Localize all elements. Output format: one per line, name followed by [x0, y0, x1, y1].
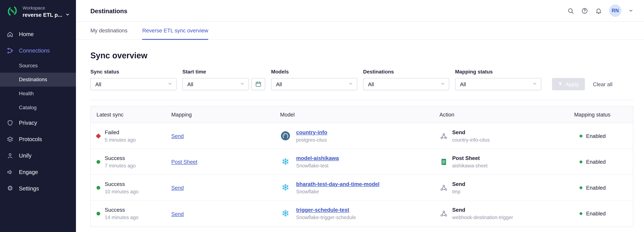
snowflake-icon: ❄	[280, 157, 291, 166]
action-cell: Sendwebhook-destination-trigger	[440, 207, 574, 221]
model-source: Snowflake	[296, 189, 380, 194]
sidebar-item-connections[interactable]: Connections	[0, 42, 76, 59]
content: Sync overview Sync statusAllStart timeAl…	[76, 40, 644, 232]
sidebar-subitem-catalog[interactable]: Catalog	[0, 101, 76, 115]
column-header-mapping-status: Mapping status	[574, 111, 633, 118]
sidebar-nav: HomeConnectionsSourcesDestinationsHealth…	[0, 26, 76, 197]
sidebar-item-home[interactable]: Home	[0, 26, 76, 42]
latest-sync-cell: Success7 minutes ago	[91, 155, 171, 169]
model-link[interactable]: bharath-test-day-and-time-model	[296, 181, 380, 187]
model-cell: ❄trigger-schedule-testSnowflake-trigger-…	[280, 207, 440, 221]
webhook-icon	[440, 132, 448, 140]
sheet-icon	[440, 158, 448, 166]
filter-bar: Sync statusAllStart timeAllModelsAllDest…	[90, 69, 633, 90]
sidebar-item-label: Protocols	[19, 136, 42, 142]
mapping-cell: Send	[171, 210, 280, 217]
calendar-button[interactable]	[252, 78, 266, 90]
help-icon[interactable]	[581, 7, 588, 14]
tab-reverse-etl-sync-overview[interactable]: Reverse ETL sync overview	[142, 22, 208, 39]
avatar[interactable]: RN	[609, 4, 621, 17]
filter-funnel-icon	[558, 82, 563, 87]
enabled-dot-icon	[580, 186, 582, 189]
mapping-status-cell: Enabled	[574, 185, 633, 191]
sync-status: Failed	[105, 129, 136, 135]
app: Workspace reverse ETL p... HomeConnectio…	[0, 0, 644, 232]
main-area: Destinations RN My destinationsReverse E…	[76, 0, 644, 232]
filter-sync-status: Sync statusAll	[90, 69, 176, 90]
sidebar-subitem-health[interactable]: Health	[0, 86, 76, 101]
apply-button-label: Apply	[566, 81, 579, 87]
snowflake-icon: ❄	[280, 183, 291, 192]
action-cell: Sendtmp	[440, 181, 574, 194]
filter-label: Start time	[182, 69, 266, 75]
postgres-icon	[280, 131, 291, 141]
apply-button[interactable]: Apply	[552, 78, 585, 90]
clear-all-label: Clear all	[593, 81, 612, 87]
sidebar-item-label: Privacy	[19, 120, 37, 126]
action-detail: country-info-citus	[452, 137, 490, 143]
action-cell: Post Sheetaishikawa-sheet	[440, 155, 574, 169]
sync-time: 14 minutes ago	[105, 215, 138, 221]
action-name: Send	[452, 207, 513, 213]
model-link[interactable]: country-info	[296, 129, 327, 135]
sidebar-subitem-destinations[interactable]: Destinations	[0, 73, 76, 87]
filter-destinations: DestinationsAll	[363, 69, 450, 90]
mapping-link[interactable]: Post Sheet	[171, 159, 197, 165]
sidebar-item-unify[interactable]: Unify	[0, 147, 76, 164]
sidebar-item-label: Home	[19, 31, 34, 37]
latest-sync-cell: Success10 minutes ago	[91, 181, 171, 194]
rudderstack-logo-icon	[6, 5, 18, 17]
workspace-name: reverse ETL p...	[22, 12, 62, 18]
filter-label: Models	[271, 69, 357, 75]
sidebar-item-privacy[interactable]: Privacy	[0, 115, 76, 131]
tab-label: My destinations	[90, 27, 128, 34]
latest-sync-cell: Success14 minutes ago	[91, 207, 171, 221]
connections-icon	[6, 47, 14, 54]
mapping-status: Enabled	[586, 185, 606, 191]
sidebar-item-engage[interactable]: Engage	[0, 164, 76, 180]
tab-my-destinations[interactable]: My destinations	[90, 22, 128, 39]
tab-label: Reverse ETL sync overview	[142, 27, 208, 34]
sync-table: Latest syncMappingModelActionMapping sta…	[90, 106, 633, 227]
chevron-down-icon[interactable]	[628, 8, 633, 13]
sidebar-item-settings[interactable]: ⚙Settings	[0, 180, 76, 197]
clear-all-button[interactable]: Clear all	[593, 78, 612, 90]
column-header-latest-sync: Latest sync	[91, 111, 171, 118]
sync-time: 5 minutes ago	[105, 137, 136, 143]
chevron-down-icon	[348, 81, 353, 87]
filter-select-mapping-status[interactable]: All	[455, 78, 541, 90]
enabled-dot-icon	[580, 212, 582, 215]
sidebar-subitem-sources[interactable]: Sources	[0, 59, 76, 73]
filter-select-models[interactable]: All	[271, 78, 357, 90]
enabled-dot-icon	[580, 160, 582, 163]
mapping-status-cell: Enabled	[574, 211, 633, 217]
search-icon[interactable]	[567, 7, 574, 14]
notifications-icon[interactable]	[595, 7, 602, 14]
webhook-icon	[440, 210, 448, 218]
mapping-link[interactable]: Send	[171, 211, 184, 217]
success-dot-icon	[96, 212, 100, 216]
filter-selected-value: All	[95, 81, 101, 87]
filter-select-start-time[interactable]: All	[182, 78, 249, 90]
mapping-cell: Post Sheet	[171, 158, 280, 166]
sidebar-subitem-label: Sources	[19, 63, 38, 69]
model-source: postgres-citus	[296, 137, 327, 143]
tab-bar: My destinationsReverse ETL sync overview	[76, 22, 644, 40]
latest-sync-cell: Failed5 minutes ago	[91, 129, 171, 143]
column-header-model: Model	[280, 111, 440, 118]
section-heading: Sync overview	[90, 51, 633, 60]
table-row: Success10 minutes agoSend❄bharath-test-d…	[91, 175, 633, 201]
sync-time: 7 minutes ago	[105, 163, 136, 169]
sync-time: 10 minutes ago	[105, 189, 138, 194]
model-link[interactable]: model-aishikawa	[296, 155, 339, 161]
mapping-link[interactable]: Send	[171, 185, 184, 191]
model-link[interactable]: trigger-schedule-test	[296, 207, 356, 213]
mapping-link[interactable]: Send	[171, 133, 184, 139]
enabled-dot-icon	[580, 134, 582, 137]
workspace-switcher[interactable]: Workspace reverse ETL p...	[0, 0, 76, 22]
filter-select-sync-status[interactable]: All	[90, 78, 176, 90]
filter-select-destinations[interactable]: All	[363, 78, 450, 90]
action-name: Post Sheet	[452, 155, 488, 161]
sidebar-item-protocols[interactable]: Protocols	[0, 131, 76, 147]
webhook-icon	[440, 184, 448, 191]
